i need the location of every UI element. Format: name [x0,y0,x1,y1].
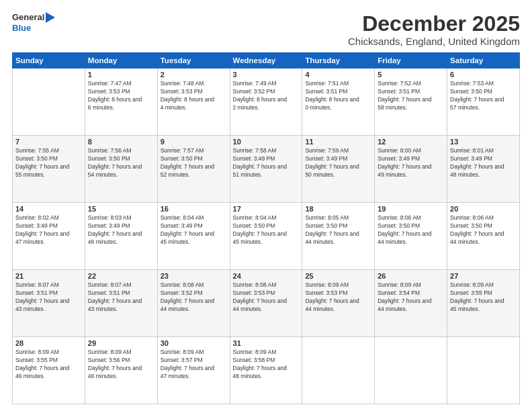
sunrise-text: Sunrise: 7:58 AM [233,147,300,155]
daylight-text-2: 44 minutes. [378,238,444,246]
daylight-text-2: 58 minutes. [378,104,444,112]
sunset-text: Sunset: 3:54 PM [378,289,444,298]
sunset-text: Sunset: 3:50 PM [450,88,517,96]
calendar-cell [375,337,447,404]
daylight-text: Daylight: 7 hours and [161,230,227,238]
sunrise-text: Sunrise: 8:09 AM [15,349,82,357]
calendar-cell: 8Sunrise: 7:56 AMSunset: 3:50 PMDaylight… [85,136,157,203]
calendar-cell: 14Sunrise: 8:02 AMSunset: 3:49 PMDayligh… [13,203,85,270]
daylight-text: Daylight: 7 hours and [233,298,300,306]
calendar-cell: 27Sunrise: 8:09 AMSunset: 3:55 PMDayligh… [447,270,520,337]
calendar-cell: 3Sunrise: 7:49 AMSunset: 3:52 PMDaylight… [230,68,302,136]
day-number: 4 [305,71,371,79]
sunrise-text: Sunrise: 8:04 AM [233,214,300,222]
calendar-subtitle: Chicksands, England, United Kingdom [348,36,520,47]
day-number: 6 [450,71,517,79]
day-number: 26 [378,272,444,280]
sunrise-text: Sunrise: 8:07 AM [15,281,82,289]
day-number: 16 [161,205,227,213]
daylight-text: Daylight: 7 hours and [233,230,300,238]
day-number: 19 [378,205,444,213]
sunset-text: Sunset: 3:50 PM [88,155,154,163]
daylight-text: Daylight: 7 hours and [88,365,154,373]
daylight-text-2: 43 minutes. [15,306,82,314]
daylight-text: Daylight: 7 hours and [305,230,371,238]
sunset-text: Sunset: 3:49 PM [15,222,82,230]
sunset-text: Sunset: 3:49 PM [305,155,371,163]
header-thursday: Thursday [302,53,375,68]
daylight-text: Daylight: 7 hours and [378,96,444,104]
daylight-text-2: 44 minutes. [161,306,227,314]
calendar-cell [13,68,85,136]
weekday-header-row: Sunday Monday Tuesday Wednesday Thursday… [13,53,520,68]
sunset-text: Sunset: 3:52 PM [233,88,300,96]
daylight-text-2: 45 minutes. [161,238,227,246]
day-number: 10 [233,138,300,146]
sunset-text: Sunset: 3:55 PM [15,357,82,365]
day-info: Sunrise: 8:09 AMSunset: 3:55 PMDaylight:… [15,349,82,381]
day-number: 14 [15,205,82,213]
sunrise-text: Sunrise: 8:09 AM [450,281,517,289]
day-info: Sunrise: 7:53 AMSunset: 3:50 PMDaylight:… [450,80,517,112]
day-number: 28 [15,339,82,347]
sunset-text: Sunset: 3:53 PM [233,289,300,298]
day-number: 5 [378,71,444,79]
day-number: 22 [88,272,154,280]
daylight-text-2: 44 minutes. [233,306,300,314]
calendar-cell: 24Sunrise: 8:08 AMSunset: 3:53 PMDayligh… [230,270,302,337]
day-number: 7 [15,138,82,146]
daylight-text: Daylight: 7 hours and [15,230,82,238]
day-info: Sunrise: 8:06 AMSunset: 3:50 PMDaylight:… [450,214,517,246]
sunrise-text: Sunrise: 8:09 AM [161,349,227,357]
calendar-cell: 5Sunrise: 7:52 AMSunset: 3:51 PMDaylight… [375,68,447,136]
logo-general: General [12,12,44,23]
calendar-cell: 9Sunrise: 7:57 AMSunset: 3:50 PMDaylight… [157,136,230,203]
calendar-table: Sunday Monday Tuesday Wednesday Thursday… [12,52,520,404]
calendar-cell: 26Sunrise: 8:09 AMSunset: 3:54 PMDayligh… [375,270,447,337]
daylight-text-2: 51 minutes. [233,171,300,179]
logo-blue: Blue [12,23,31,34]
sunrise-text: Sunrise: 8:03 AM [88,214,154,222]
sunrise-text: Sunrise: 7:55 AM [15,147,82,155]
day-info: Sunrise: 8:01 AMSunset: 3:49 PMDaylight:… [450,147,517,179]
sunrise-text: Sunrise: 8:08 AM [161,281,227,289]
sunrise-text: Sunrise: 7:52 AM [378,80,444,88]
day-info: Sunrise: 8:09 AMSunset: 3:56 PMDaylight:… [88,349,154,381]
sunset-text: Sunset: 3:50 PM [378,222,444,230]
calendar-cell: 25Sunrise: 8:09 AMSunset: 3:53 PMDayligh… [302,270,375,337]
daylight-text: Daylight: 7 hours and [161,298,227,306]
sunrise-text: Sunrise: 8:04 AM [161,214,227,222]
daylight-text: Daylight: 7 hours and [450,163,517,171]
header-saturday: Saturday [447,53,520,68]
header-sunday: Sunday [13,53,85,68]
sunrise-text: Sunrise: 8:01 AM [450,147,517,155]
calendar-cell: 6Sunrise: 7:53 AMSunset: 3:50 PMDaylight… [447,68,520,136]
sunset-text: Sunset: 3:49 PM [88,222,154,230]
daylight-text: Daylight: 7 hours and [450,298,517,306]
day-number: 27 [450,272,517,280]
daylight-text-2: 50 minutes. [305,171,371,179]
day-info: Sunrise: 8:04 AMSunset: 3:49 PMDaylight:… [161,214,227,246]
sunrise-text: Sunrise: 8:09 AM [233,349,300,357]
page: General Blue December 2025 Chicksands, E… [0,0,532,411]
calendar-cell: 11Sunrise: 7:59 AMSunset: 3:49 PMDayligh… [302,136,375,203]
day-number: 24 [233,272,300,280]
day-number: 13 [450,138,517,146]
sunrise-text: Sunrise: 7:56 AM [88,147,154,155]
sunrise-text: Sunrise: 7:59 AM [305,147,371,155]
sunset-text: Sunset: 3:49 PM [161,222,227,230]
calendar-cell [302,337,375,404]
day-info: Sunrise: 7:59 AMSunset: 3:49 PMDaylight:… [305,147,371,179]
sunrise-text: Sunrise: 8:09 AM [88,349,154,357]
day-info: Sunrise: 7:52 AMSunset: 3:51 PMDaylight:… [378,80,444,112]
daylight-text-2: 44 minutes. [305,238,371,246]
day-number: 30 [161,339,227,347]
day-info: Sunrise: 7:55 AMSunset: 3:50 PMDaylight:… [15,147,82,179]
daylight-text: Daylight: 7 hours and [15,298,82,306]
calendar-cell: 23Sunrise: 8:08 AMSunset: 3:52 PMDayligh… [157,270,230,337]
sunset-text: Sunset: 3:51 PM [378,88,444,96]
sunset-text: Sunset: 3:50 PM [450,222,517,230]
day-info: Sunrise: 8:06 AMSunset: 3:50 PMDaylight:… [378,214,444,246]
day-info: Sunrise: 8:00 AMSunset: 3:49 PMDaylight:… [378,147,444,179]
day-info: Sunrise: 7:56 AMSunset: 3:50 PMDaylight:… [88,147,154,179]
